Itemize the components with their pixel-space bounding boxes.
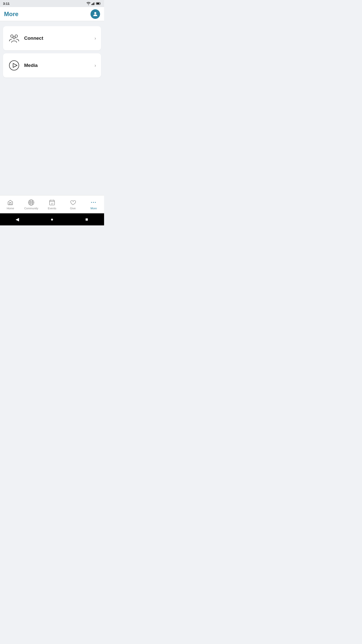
profile-avatar-button[interactable] xyxy=(90,9,100,19)
nav-item-more[interactable]: ··· More xyxy=(83,195,104,213)
svg-point-8 xyxy=(15,35,17,37)
svg-rect-5 xyxy=(97,3,99,4)
home-icon xyxy=(7,199,14,206)
give-icon xyxy=(70,199,76,206)
media-icon xyxy=(8,59,20,71)
svg-rect-1 xyxy=(93,3,93,5)
recents-button[interactable]: ■ xyxy=(82,214,92,224)
connect-icon xyxy=(8,32,20,44)
community-icon xyxy=(28,199,34,206)
nav-item-events[interactable]: 17 Events xyxy=(42,195,63,213)
bottom-navigation: Home Community 17 Events xyxy=(0,195,104,213)
svg-text:17: 17 xyxy=(51,203,53,205)
nav-item-community[interactable]: Community xyxy=(21,195,42,213)
nav-item-home[interactable]: Home xyxy=(0,195,21,213)
main-content: Connect › Media › xyxy=(0,21,104,195)
more-dots-icon: ··· xyxy=(90,199,97,206)
give-nav-label: Give xyxy=(70,207,76,210)
connect-menu-item[interactable]: Connect › xyxy=(3,26,101,50)
profile-icon xyxy=(92,11,98,17)
page-title: More xyxy=(4,11,18,18)
svg-rect-2 xyxy=(94,3,94,5)
connect-label: Connect xyxy=(24,35,95,41)
battery-icon xyxy=(96,2,101,5)
back-button[interactable]: ◀ xyxy=(12,214,22,224)
status-time: 3:11 xyxy=(3,2,10,6)
media-chevron-icon: › xyxy=(95,63,96,68)
svg-point-10 xyxy=(9,61,19,70)
status-icons xyxy=(86,2,101,5)
events-nav-label: Events xyxy=(48,207,56,210)
signal-icon xyxy=(92,2,95,5)
system-navigation-bar: ◀ ● ■ xyxy=(0,213,104,225)
svg-marker-11 xyxy=(13,63,17,67)
media-label: Media xyxy=(24,63,95,68)
svg-rect-3 xyxy=(95,2,95,5)
wifi-icon xyxy=(86,2,90,5)
app-header: More xyxy=(0,7,104,21)
media-menu-item[interactable]: Media › xyxy=(3,53,101,77)
svg-point-9 xyxy=(13,37,15,39)
status-bar: 3:11 xyxy=(0,0,104,7)
svg-point-7 xyxy=(11,35,13,37)
events-icon: 17 xyxy=(49,199,55,206)
svg-rect-0 xyxy=(92,4,92,5)
community-nav-label: Community xyxy=(24,207,38,210)
connect-chevron-icon: › xyxy=(95,36,96,41)
more-nav-label: More xyxy=(90,207,97,210)
nav-item-give[interactable]: Give xyxy=(62,195,83,213)
home-button[interactable]: ● xyxy=(47,214,57,224)
home-nav-label: Home xyxy=(7,207,14,210)
svg-point-6 xyxy=(94,12,96,14)
